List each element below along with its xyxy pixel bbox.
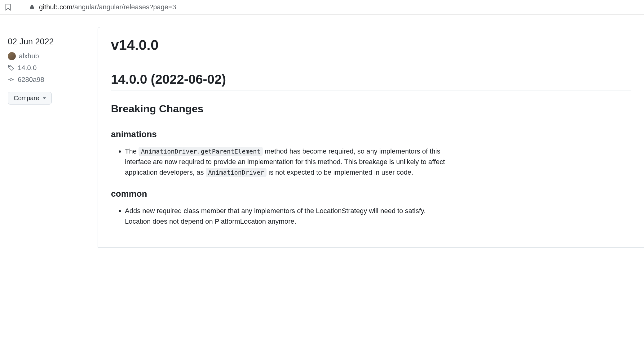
chevron-down-icon	[43, 97, 46, 99]
release-content: v14.0.0 14.0.0 (2022-06-02) Breaking Cha…	[98, 27, 644, 248]
compare-label: Compare	[14, 95, 39, 102]
svg-rect-0	[30, 7, 34, 9]
lock-icon	[30, 4, 35, 10]
url-display[interactable]: github.com/angular/angular/releases?page…	[17, 3, 176, 11]
author-row[interactable]: alxhub	[8, 52, 98, 60]
code-inline: AnimationDriver	[206, 168, 267, 177]
page-container: 02 Jun 2022 alxhub 14.0.0 6280a	[0, 15, 644, 248]
release-date: 02 Jun 2022	[8, 37, 98, 47]
common-list: Adds new required class member that any …	[111, 206, 631, 227]
list-item: The AnimationDriver.getParentElement met…	[125, 146, 450, 178]
release-version-heading: 14.0.0 (2022-06-02)	[111, 72, 631, 91]
url-domain: github.com	[39, 3, 73, 11]
url-text: github.com/angular/angular/releases?page…	[39, 3, 176, 11]
breaking-changes-heading: Breaking Changes	[111, 103, 631, 118]
release-title: v14.0.0	[111, 37, 631, 53]
commit-hash: 6280a98	[18, 76, 44, 84]
compare-button[interactable]: Compare	[8, 92, 52, 105]
avatar	[8, 52, 16, 60]
commit-row[interactable]: 6280a98	[8, 76, 98, 84]
animations-heading: animations	[111, 129, 631, 139]
svg-point-2	[10, 78, 12, 81]
url-path: /angular/angular/releases?page=3	[73, 3, 176, 11]
tag-icon	[8, 65, 15, 71]
common-heading: common	[111, 189, 631, 199]
tag-name: 14.0.0	[18, 64, 37, 72]
release-sidebar: 02 Jun 2022 alxhub 14.0.0 6280a	[0, 27, 98, 248]
code-inline: AnimationDriver.getParentElement	[139, 147, 263, 156]
commit-icon	[8, 76, 15, 83]
svg-point-1	[9, 66, 10, 67]
author-username: alxhub	[19, 52, 39, 60]
bookmark-icon[interactable]	[5, 3, 11, 11]
browser-address-bar: github.com/angular/angular/releases?page…	[0, 0, 644, 15]
animations-list: The AnimationDriver.getParentElement met…	[111, 146, 631, 178]
tag-row[interactable]: 14.0.0	[8, 64, 98, 72]
list-item: Adds new required class member that any …	[125, 206, 450, 227]
